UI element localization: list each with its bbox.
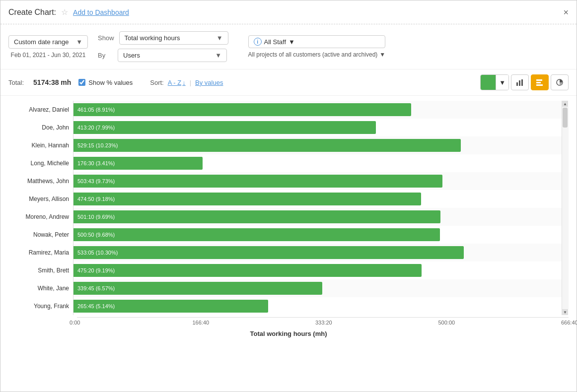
- filter-group: i All Staff ▼ All projects of all custom…: [248, 35, 386, 58]
- sort-by-values-label: By values: [195, 79, 223, 86]
- sort-group: Sort: A - Z ↓ | By values: [150, 79, 223, 86]
- x-tick: 666:40: [561, 320, 577, 326]
- bar-row: 339:45 (6.57%): [73, 279, 562, 297]
- sort-az-label: A - Z: [168, 79, 181, 86]
- projects-label: All projects of all customers (active an…: [248, 51, 378, 58]
- staff-label: All Staff: [264, 38, 287, 46]
- bar-row: 503:43 (9.73%): [73, 172, 562, 190]
- y-axis-label: Long, Michelle: [8, 154, 69, 172]
- modal-header: Create Chart: ☆ Add to Dashboard ×: [0, 0, 577, 24]
- chevron-down-icon: ▼: [216, 34, 223, 42]
- show-percent-checkbox[interactable]: Show % values: [78, 79, 133, 86]
- date-range-group: Custom date range ▼ Feb 01, 2021 - Jun 3…: [8, 35, 88, 59]
- bar[interactable]: 533:05 (10.30%): [73, 246, 464, 259]
- y-axis-label: Meyers, Allison: [8, 190, 69, 208]
- svg-rect-5: [536, 84, 543, 86]
- show-row: Show Total working hours ▼: [98, 31, 228, 45]
- bar[interactable]: 413:20 (7.99%): [73, 121, 376, 134]
- chevron-down-icon: ▼: [379, 51, 385, 58]
- sort-az-option[interactable]: A - Z ↓: [168, 79, 186, 86]
- bar-row: 474:50 (9.18%): [73, 190, 562, 208]
- bar[interactable]: 265:45 (5.14%): [73, 300, 268, 313]
- bar-row: 500:50 (9.68%): [73, 226, 562, 244]
- y-axis-label: Klein, Hannah: [8, 136, 69, 154]
- bar-row: 461:05 (8.91%): [73, 101, 562, 119]
- y-axis-label: Moreno, Andrew: [8, 208, 69, 226]
- scroll-track: [562, 107, 569, 309]
- scrollbar[interactable]: ▲ ▼: [562, 101, 569, 315]
- color-swatch: [481, 75, 496, 90]
- x-tick: 166:40: [193, 320, 210, 326]
- color-dropdown[interactable]: ▼: [496, 75, 508, 90]
- bar[interactable]: 176:30 (3.41%): [73, 157, 203, 170]
- sort-by-values-option[interactable]: By values: [195, 79, 223, 86]
- by-select[interactable]: Users ▼: [118, 49, 227, 62]
- bar-row: 475:20 (9.19%): [73, 261, 562, 279]
- chart-controls: Total: 5174:38 mh Show % values Sort: A …: [0, 69, 577, 96]
- projects-filter[interactable]: All projects of all customers (active an…: [248, 51, 386, 58]
- chevron-down-icon: ▼: [215, 52, 221, 59]
- x-axis-label: Total working hours (mh): [8, 330, 569, 337]
- x-tick: 333:20: [315, 320, 332, 326]
- sort-down-icon: ↓: [182, 79, 186, 86]
- color-picker[interactable]: ▼: [480, 74, 509, 90]
- total-value: 5174:38 mh: [33, 78, 71, 86]
- bar-row: 529:15 (10.23%): [73, 136, 562, 154]
- y-axis-label: Ramirez, Maria: [8, 244, 69, 261]
- pie-chart-icon: [556, 78, 564, 86]
- bar[interactable]: 501:10 (9.69%): [73, 210, 440, 223]
- bar-row: 533:05 (10.30%): [73, 244, 562, 261]
- bar-chart-button[interactable]: [511, 74, 529, 90]
- bar[interactable]: 475:20 (9.19%): [73, 264, 422, 277]
- chart-type-buttons: ▼: [480, 74, 569, 90]
- x-tick: 0:00: [70, 320, 80, 326]
- y-axis-label: Alvarez, Daniel: [8, 101, 69, 119]
- bar-row: 413:20 (7.99%): [73, 119, 562, 136]
- modal-title: Create Chart:: [8, 8, 56, 17]
- show-percent-input[interactable]: [78, 79, 85, 86]
- y-axis-label: Matthews, John: [8, 172, 69, 190]
- close-icon[interactable]: ×: [563, 7, 569, 18]
- date-range-select[interactable]: Custom date range ▼: [8, 35, 88, 49]
- date-range-label: Custom date range: [14, 38, 69, 46]
- horizontal-bar-chart-button[interactable]: [531, 74, 549, 90]
- show-percent-label: Show % values: [88, 79, 133, 86]
- sort-label: Sort:: [150, 79, 163, 86]
- y-axis-labels: Alvarez, DanielDoe, JohnKlein, HannahLon…: [8, 101, 73, 315]
- y-axis-label: Nowak, Peter: [8, 226, 69, 244]
- chevron-down-icon: ▼: [288, 38, 295, 46]
- star-icon[interactable]: ☆: [61, 7, 68, 17]
- scroll-thumb[interactable]: [563, 108, 568, 128]
- y-axis-label: Young, Frank: [8, 297, 69, 315]
- modal-container: Create Chart: ☆ Add to Dashboard × Custo…: [0, 0, 577, 392]
- x-axis: 0:00166:40333:20500:00666:40: [77, 317, 569, 327]
- scroll-down-button[interactable]: ▼: [562, 309, 568, 315]
- bar[interactable]: 339:45 (6.57%): [73, 282, 322, 295]
- total-label: Total:: [8, 79, 24, 86]
- horizontal-bar-icon: [536, 78, 544, 86]
- by-value: Users: [123, 52, 140, 59]
- bar[interactable]: 503:43 (9.73%): [73, 175, 442, 188]
- svg-rect-2: [521, 79, 523, 86]
- bar[interactable]: 461:05 (8.91%): [73, 103, 411, 116]
- svg-rect-4: [536, 82, 541, 83]
- chart-inner: Alvarez, DanielDoe, JohnKlein, HannahLon…: [8, 101, 569, 315]
- pie-chart-button[interactable]: [551, 74, 569, 90]
- bar-rows: 461:05 (8.91%)413:20 (7.99%)529:15 (10.2…: [73, 101, 562, 315]
- show-select[interactable]: Total working hours ▼: [119, 31, 228, 45]
- svg-rect-0: [516, 82, 518, 86]
- show-value: Total working hours: [125, 34, 180, 42]
- bar[interactable]: 500:50 (9.68%): [73, 228, 440, 241]
- bar[interactable]: 529:15 (10.23%): [73, 139, 461, 152]
- scroll-up-button[interactable]: ▲: [562, 101, 568, 107]
- bar[interactable]: 474:50 (9.18%): [73, 193, 421, 205]
- all-staff-button[interactable]: i All Staff ▼: [248, 35, 386, 48]
- info-icon: i: [254, 38, 262, 46]
- controls-row: Custom date range ▼ Feb 01, 2021 - Jun 3…: [0, 24, 577, 69]
- y-axis-label: Smith, Brett: [8, 261, 69, 279]
- by-label: By: [98, 52, 113, 59]
- add-to-dashboard-link[interactable]: Add to Dashboard: [73, 8, 129, 16]
- show-label: Show: [98, 34, 114, 42]
- bar-chart-icon: [516, 78, 524, 86]
- x-tick: 500:00: [438, 320, 455, 326]
